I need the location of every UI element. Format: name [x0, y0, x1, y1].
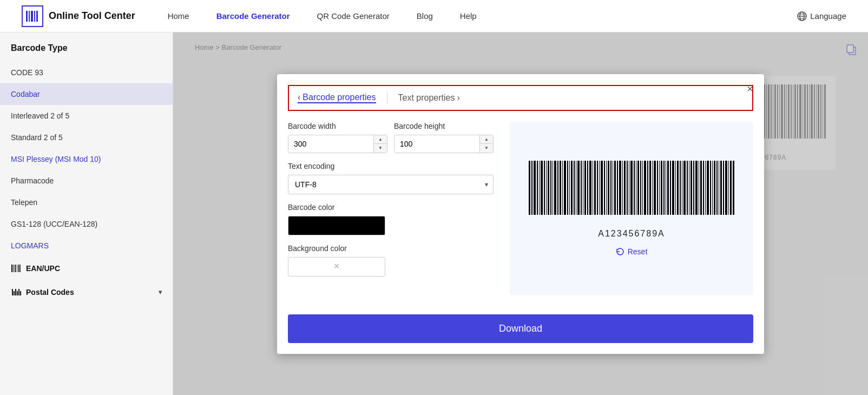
svg-rect-20	[18, 289, 19, 295]
sidebar-item-interleaved[interactable]: Interleaved 2 of 5	[0, 105, 173, 127]
svg-rect-160	[720, 161, 722, 215]
nav-qr-code[interactable]: QR Code Generator	[317, 11, 390, 21]
sidebar-item-pharmacode[interactable]: Pharmacode	[0, 170, 173, 192]
nav-blog[interactable]: Blog	[417, 11, 433, 21]
modal-form: Barcode width ▲ ▼ Barco	[288, 122, 494, 295]
nav-help[interactable]: Help	[460, 11, 477, 21]
width-up-btn[interactable]: ▲	[374, 135, 387, 144]
sidebar-item-telepen[interactable]: Telepen	[0, 192, 173, 213]
svg-rect-111	[608, 161, 609, 215]
height-label: Barcode height	[394, 122, 494, 130]
content-area: Home > Barcode Generator	[173, 32, 868, 395]
svg-rect-114	[614, 161, 616, 215]
barcode-display: A123456789A	[529, 161, 734, 239]
reset-button[interactable]: Reset	[616, 247, 648, 256]
dimensions-row: Barcode width ▲ ▼ Barco	[288, 122, 494, 153]
barcode-color-swatch[interactable]	[288, 216, 385, 235]
svg-rect-113	[613, 161, 613, 215]
barcode-value-text: A123456789A	[598, 229, 665, 239]
svg-rect-124	[637, 161, 639, 215]
svg-rect-12	[15, 265, 16, 272]
reset-icon	[616, 247, 624, 256]
encoding-label: Text encoding	[288, 162, 494, 170]
svg-rect-140	[675, 161, 676, 215]
svg-rect-146	[689, 161, 689, 215]
bg-color-swatch[interactable]: ×	[288, 257, 385, 276]
svg-rect-107	[599, 161, 600, 215]
svg-rect-155	[710, 161, 711, 215]
svg-rect-96	[574, 161, 575, 215]
svg-rect-157	[714, 161, 715, 215]
tab-barcode-properties[interactable]: ‹ Barcode properties	[298, 93, 376, 103]
svg-rect-148	[693, 161, 694, 215]
svg-rect-128	[647, 161, 648, 215]
color-group: Barcode color	[288, 203, 494, 235]
svg-rect-116	[619, 161, 621, 215]
barcode-svg	[529, 161, 734, 226]
svg-rect-129	[649, 161, 651, 215]
svg-rect-84	[546, 161, 547, 215]
modal-close-button[interactable]: ×	[747, 83, 753, 95]
height-up-btn[interactable]: ▲	[480, 135, 493, 144]
svg-rect-119	[627, 161, 628, 215]
svg-rect-102	[587, 161, 588, 215]
overlay[interactable]: ‹ Barcode properties Text properties › ×	[173, 32, 868, 395]
svg-rect-1	[29, 11, 30, 22]
svg-rect-85	[548, 161, 549, 215]
sidebar-item-msi[interactable]: MSI Plessey (MSI Mod 10)	[0, 148, 173, 170]
svg-rect-153	[705, 161, 706, 215]
width-input[interactable]	[288, 135, 373, 153]
color-label: Barcode color	[288, 203, 494, 212]
svg-rect-86	[550, 161, 551, 215]
svg-rect-156	[712, 161, 713, 215]
svg-rect-121	[630, 161, 633, 215]
encoding-select[interactable]: UTF-8 ASCII ISO-8859-1	[288, 175, 494, 194]
height-down-btn[interactable]: ▼	[480, 144, 493, 153]
width-down-btn[interactable]: ▼	[374, 144, 387, 153]
sidebar-section-ean-label: EAN/UPC	[26, 264, 60, 273]
svg-rect-120	[629, 161, 629, 215]
svg-rect-91	[562, 161, 563, 215]
svg-rect-89	[557, 161, 558, 215]
sidebar-item-logmars[interactable]: LOGMARS	[0, 235, 173, 256]
sidebar-item-code93[interactable]: CODE 93	[0, 62, 173, 83]
encoding-group: Text encoding UTF-8 ASCII ISO-8859-1 ▾	[288, 162, 494, 194]
sidebar-item-standard2of5[interactable]: Standard 2 of 5	[0, 127, 173, 148]
svg-rect-158	[716, 161, 718, 215]
svg-rect-78	[531, 161, 532, 215]
svg-rect-2	[31, 11, 33, 22]
svg-rect-15	[20, 265, 21, 272]
svg-rect-18	[15, 289, 16, 295]
width-arrows: ▲ ▼	[373, 135, 387, 153]
modal: ‹ Barcode properties Text properties › ×	[277, 74, 764, 354]
nav-barcode-generator[interactable]: Barcode Generator	[216, 11, 290, 21]
svg-rect-162	[725, 161, 727, 215]
tab-text-properties[interactable]: Text properties ›	[398, 93, 460, 103]
sidebar-section-ean[interactable]: EAN/UPC	[0, 256, 173, 280]
nav-home[interactable]: Home	[168, 11, 189, 21]
language-button[interactable]: Language	[797, 11, 846, 21]
svg-rect-13	[17, 265, 17, 272]
sidebar-section-postal[interactable]: Postal Codes ▾	[0, 280, 173, 304]
svg-rect-11	[13, 265, 14, 272]
header: Online Tool Center Home Barcode Generato…	[0, 0, 868, 32]
svg-rect-97	[576, 161, 576, 215]
download-button[interactable]: Download	[288, 314, 753, 343]
svg-rect-151	[700, 161, 702, 215]
download-section: Download	[277, 306, 764, 354]
sidebar-item-gs1[interactable]: GS1-128 (UCC/EAN-128)	[0, 213, 173, 235]
svg-rect-159	[719, 161, 719, 215]
svg-rect-0	[26, 11, 28, 22]
height-arrows: ▲ ▼	[479, 135, 493, 153]
height-input[interactable]	[394, 135, 479, 153]
svg-rect-106	[597, 161, 598, 215]
main-area: Barcode Type CODE 93 Codabar Interleaved…	[0, 32, 868, 395]
svg-rect-3	[34, 11, 35, 22]
svg-rect-134	[661, 161, 662, 215]
sidebar-item-codabar[interactable]: Codabar	[0, 83, 173, 105]
modal-body: Barcode width ▲ ▼ Barco	[277, 111, 764, 306]
reset-label: Reset	[628, 247, 648, 256]
svg-rect-16	[12, 289, 13, 295]
postal-icon	[11, 287, 22, 298]
sidebar: Barcode Type CODE 93 Codabar Interleaved…	[0, 32, 173, 395]
